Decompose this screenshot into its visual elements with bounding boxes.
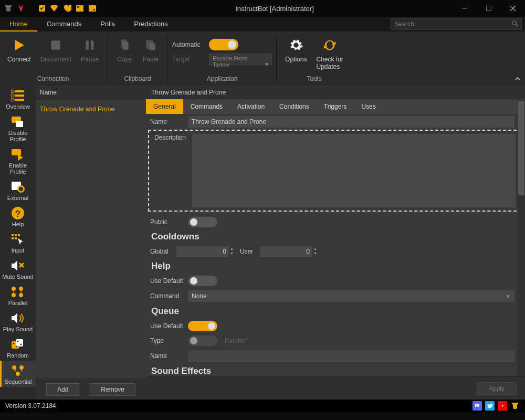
field-name-input[interactable] [188,116,514,128]
connect-button[interactable]: Connect [3,34,35,75]
svg-point-39 [13,343,15,344]
svg-rect-17 [15,99,24,101]
user-spinner[interactable]: ▲▼ [260,246,317,257]
svg-rect-14 [150,43,155,50]
app-icon-1 [4,4,13,13]
command-select[interactable]: None ▼ [188,290,514,302]
sidebar-item-overview[interactable]: Overview [0,86,36,112]
automatic-toggle[interactable] [209,39,238,50]
svg-rect-5 [462,8,467,8]
detail-scrollbar[interactable] [518,100,525,376]
spin-up-icon[interactable]: ▲ [230,247,234,251]
svg-rect-16 [15,94,24,97]
detail-tab-conditions[interactable]: Conditions [272,99,317,114]
options-button[interactable]: Options [281,34,311,75]
twitter-icon[interactable] [485,401,495,411]
app-icon-3 [38,4,46,13]
sidebar-item-input[interactable]: Input [0,229,36,256]
svg-rect-2 [77,6,79,8]
disable-profile-icon [10,115,26,129]
svg-point-42 [20,344,22,345]
stop-icon [47,37,64,54]
field-description-input[interactable] [192,134,516,207]
spin-down-icon[interactable]: ▼ [313,251,317,256]
public-toggle[interactable] [188,217,217,227]
copy-icon [116,37,133,54]
discord-icon[interactable] [472,401,482,411]
ribbon: Connect Disconnect Pause Connection Copy… [0,32,525,86]
sidebar-item-disable-profile[interactable]: Disable Profile [0,112,36,144]
chevron-down-icon: ▼ [264,61,269,67]
check-updates-button[interactable]: Check forUpdates [312,34,347,75]
tab-home[interactable]: Home [0,17,37,32]
enable-profile-icon [10,148,26,161]
minimize-button[interactable] [453,0,477,17]
sidebar-item-external[interactable]: External [0,177,36,203]
sidebar-item-sequential[interactable]: Sequential [0,361,36,387]
svg-point-45 [16,372,20,376]
app-logo-icon[interactable] [510,401,520,411]
svg-text:?: ? [15,208,21,219]
detail-tab-triggers[interactable]: Triggers [317,99,354,114]
status-icons [472,401,520,411]
tab-predictions[interactable]: Predictions [124,17,177,32]
detail-tab-activation[interactable]: Activation [230,99,272,114]
pause-icon [81,37,98,54]
type-label: Type [150,337,184,344]
search-input[interactable] [391,20,509,28]
queue-name-input[interactable] [188,350,514,362]
queue-use-default-toggle[interactable] [188,321,217,331]
svg-rect-8 [51,40,60,49]
input-icon [10,233,26,246]
add-button[interactable]: Add [46,383,79,396]
tab-commands[interactable]: Commands [37,17,91,32]
svg-rect-6 [486,6,491,11]
paste-icon [142,37,159,54]
app-icon-5 [63,4,71,13]
sidebar-item-enable-profile[interactable]: Enable Profile [0,144,36,177]
chevron-down-icon: ▼ [506,293,511,299]
close-button[interactable] [501,0,525,17]
sidebar-item-mute-sound[interactable]: Mute Sound [0,256,36,282]
type-ghost-label: Parallel [225,337,246,344]
detail-tab-uses[interactable]: Uses [354,99,383,114]
svg-rect-15 [15,90,24,92]
svg-point-20 [11,98,14,101]
name-list-footer: Add Remove [36,379,146,400]
ribbon-collapse-icon[interactable] [514,76,521,83]
help-use-default-toggle[interactable] [188,276,217,286]
search-icon [509,20,521,28]
detail-tab-commands[interactable]: Commands [183,99,230,114]
detail-tab-general[interactable]: General [146,99,183,114]
sidebar-item-parallel[interactable]: Parallel [0,282,36,308]
refresh-icon [321,37,338,54]
remove-button[interactable]: Remove [90,383,135,396]
maximize-button[interactable] [477,0,501,17]
command-label: Command [150,292,184,300]
svg-point-41 [17,341,19,342]
target-select[interactable]: Escape From Tarkov ▼ [209,54,272,65]
svg-point-40 [16,346,18,348]
svg-rect-3 [89,5,96,12]
sidebar-item-help[interactable]: ? Help [0,203,36,229]
name-list: Throw Grenade and Prone [36,99,146,379]
spin-down-icon[interactable]: ▼ [230,251,234,256]
ribbon-group-application: Automatic Target Escape From Tarkov ▼ Ap… [169,32,275,86]
name-list-item[interactable]: Throw Grenade and Prone [36,102,146,116]
disconnect-button: Disconnect [36,34,76,75]
global-spinner[interactable]: ▲▼ [176,246,234,257]
description-dropzone[interactable]: Description [148,130,522,212]
field-public-label: Public [150,218,184,226]
sidebar-item-play-sound[interactable]: Play Sound [0,308,36,334]
sidebar-item-random[interactable]: Random [0,334,36,361]
spin-up-icon[interactable]: ▲ [313,247,317,251]
apply-button[interactable]: Apply [477,382,517,395]
youtube-icon[interactable] [498,401,507,411]
play-sound-icon [10,311,26,325]
svg-rect-4 [93,9,95,10]
window-title: InstructBot [Administrator] [97,5,453,13]
search-box[interactable] [391,18,522,30]
tab-polls[interactable]: Polls [91,17,124,32]
type-toggle [188,335,217,346]
detail-body: Name Description Public Cooldowns Global… [146,114,525,376]
